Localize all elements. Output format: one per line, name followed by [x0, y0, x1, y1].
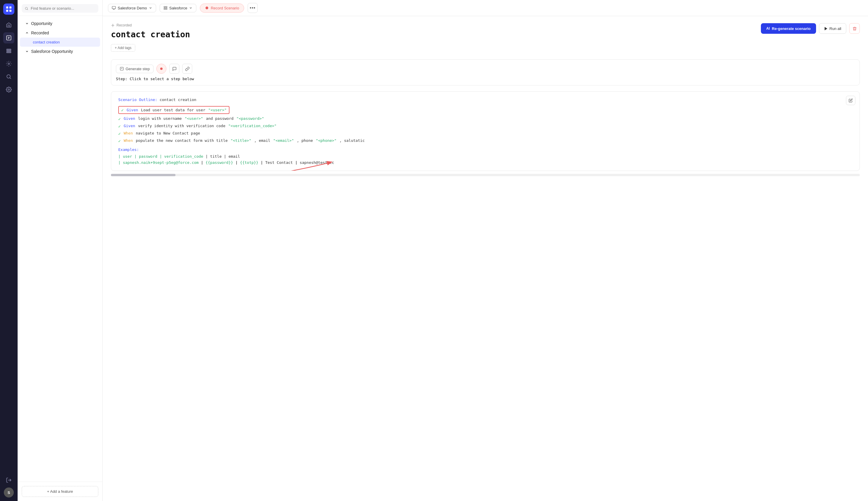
check-icon-2: ✓ — [118, 117, 121, 121]
line-text-4: navigate to New Contact page — [136, 131, 200, 135]
search-box[interactable] — [22, 4, 98, 13]
step-bar: Generate step Step: Click to select a st… — [111, 59, 860, 85]
svg-point-18 — [206, 7, 208, 9]
nav-gear-icon[interactable] — [3, 84, 14, 95]
sidebar-group-opportunity[interactable]: Opportunity — [20, 19, 100, 28]
sidebar-item-contact-creation[interactable]: contact creation — [20, 38, 100, 47]
record-icon — [205, 6, 209, 10]
col-email-header: email — [229, 154, 240, 159]
add-tags-button[interactable]: + Add tags — [111, 44, 135, 52]
param-verif-3: "<verification_code>" — [228, 124, 276, 128]
icon-bar-bottom: S — [3, 475, 14, 498]
regenerate-button[interactable]: AI Re-generate scenario — [761, 23, 816, 34]
svg-rect-7 — [7, 52, 11, 53]
sidebar-group-recorded[interactable]: Recorded — [20, 28, 100, 38]
app-chevron-icon — [189, 6, 193, 10]
svg-point-22 — [160, 67, 163, 70]
record-circle-button[interactable] — [156, 64, 166, 74]
sidebar-group-label: Opportunity — [31, 21, 52, 26]
cell-spacer-2: | — [235, 160, 240, 165]
param-password-2: "<password>" — [237, 116, 264, 121]
line-text-3: verify identity with verification code — [138, 124, 226, 128]
recorded-breadcrumb-icon — [111, 23, 115, 27]
param-phone-5: "<phone>" — [316, 138, 336, 143]
svg-rect-5 — [7, 49, 11, 50]
svg-point-12 — [25, 7, 27, 9]
code-line-1[interactable]: ✓ Given Load user test data for user "<u… — [118, 106, 853, 114]
app-grid-icon — [163, 6, 167, 10]
app-logo[interactable] — [3, 3, 14, 15]
svg-point-9 — [7, 75, 10, 78]
code-line-3[interactable]: ✓ Given verify identity with verificatio… — [118, 124, 853, 129]
app-selector[interactable]: Salesforce — [160, 4, 196, 12]
more-button[interactable]: ••• — [248, 3, 257, 13]
run-all-button[interactable]: Run all — [819, 23, 846, 34]
line-text-5: populate the new contact form with title — [136, 138, 228, 143]
add-feature-button[interactable]: + Add a feature — [22, 486, 98, 497]
search-icon — [25, 7, 29, 11]
nav-list-icon[interactable] — [3, 45, 14, 56]
table-headers-row: | user | password | verification_code | … — [118, 154, 853, 159]
user-avatar[interactable]: S — [4, 488, 14, 498]
cell-spacer-3: | — [261, 160, 265, 165]
svg-rect-3 — [9, 10, 11, 12]
nav-home-icon[interactable] — [3, 19, 14, 31]
horizontal-scrollbar[interactable] — [111, 174, 860, 176]
cell-spacer-1: | — [201, 160, 206, 165]
svg-rect-17 — [166, 8, 167, 9]
check-icon-3: ✓ — [118, 124, 121, 129]
keyword-given-1: Given — [127, 108, 138, 112]
demo-icon — [112, 6, 116, 10]
line-text-1: Load user test data for user — [141, 108, 206, 112]
logout-icon[interactable] — [3, 475, 14, 486]
outline-header: Scenario Outline: contact creation — [118, 97, 853, 102]
delete-button[interactable] — [849, 23, 860, 34]
table-data-row: | sapnesh.naik+9sept-p5eg@force.com | {{… — [118, 160, 853, 165]
play-icon — [824, 27, 828, 31]
check-icon-1: ✓ — [121, 108, 123, 113]
nav-search-icon[interactable] — [3, 71, 14, 82]
main-area: Salesforce Demo Salesforce Record Scenar… — [103, 0, 868, 501]
svg-rect-15 — [166, 7, 167, 8]
cell-email: sapnesh@test.cc — [300, 160, 334, 165]
keyword-when-4: When — [123, 131, 133, 135]
line-middle-2: and password — [206, 116, 233, 121]
keyword-given-2: Given — [123, 116, 135, 121]
chat-icon — [172, 67, 177, 71]
svg-marker-20 — [825, 27, 827, 30]
svg-point-8 — [8, 63, 10, 65]
code-edit-button[interactable] — [846, 96, 855, 105]
code-line-2[interactable]: ✓ Given login with username "<user>" and… — [118, 116, 853, 121]
examples-label: Examples: — [118, 147, 139, 152]
col-title-header: title — [210, 154, 221, 159]
scroll-thumb[interactable] — [111, 174, 175, 176]
run-all-label: Run all — [829, 26, 841, 31]
sidebar-group-sf-opportunity[interactable]: Salesforce Opportunity — [20, 47, 100, 56]
col-spacer-3: | — [206, 154, 210, 159]
chevron-up-icon — [25, 31, 29, 35]
line-middle-5b: , phone — [297, 138, 313, 143]
cell-pass: {{password}} — [206, 160, 233, 165]
demo-selector[interactable]: Salesforce Demo — [108, 4, 156, 12]
generate-step-icon — [120, 67, 124, 71]
svg-rect-0 — [6, 7, 8, 9]
nav-scenario-icon[interactable] — [3, 32, 14, 43]
step-label: Step: Click to select a step below — [116, 77, 855, 81]
code-line-5[interactable]: ✓ When populate the new contact form wit… — [118, 138, 853, 143]
search-input[interactable] — [31, 6, 95, 11]
record-scenario-button[interactable]: Record Scenario — [200, 3, 244, 13]
generate-step-button[interactable]: Generate step — [116, 65, 153, 73]
code-line-4[interactable]: ✓ When navigate to New Contact page — [118, 131, 853, 136]
step-prefix: Step: — [116, 77, 127, 81]
outline-name: contact creation — [160, 97, 196, 102]
link-button[interactable] — [182, 64, 192, 74]
nav-settings-icon[interactable] — [3, 58, 14, 69]
cell-title: Test Contact — [265, 160, 293, 165]
regenerate-label: Re-generate scenario — [772, 26, 811, 31]
demo-label: Salesforce Demo — [118, 6, 147, 10]
record-label: Record Scenario — [211, 6, 239, 10]
chat-button[interactable] — [169, 64, 179, 74]
record-circle-icon — [160, 67, 163, 71]
col-pass-header: | password — [134, 154, 157, 159]
chevron-down-icon-2 — [25, 50, 29, 53]
